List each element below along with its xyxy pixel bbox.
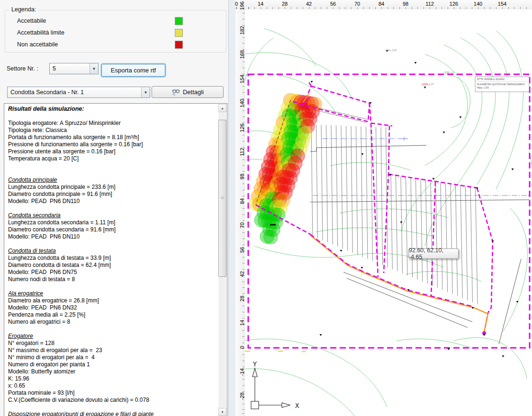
svg-text:(228) -1.2: (228) -1.2 xyxy=(444,71,454,74)
vertical-ruler: 196182168154140126112988470564228140-14-… xyxy=(235,9,245,416)
pipe-select[interactable]: Condotta Secondaria - Nr. 1 ▼ xyxy=(7,87,150,98)
map-viewport[interactable]: (2293) 1.77(228) -1.2(231) -0.87 DITTA: … xyxy=(245,9,532,416)
results-scrollbar[interactable]: ▲ ▼ xyxy=(218,104,226,416)
svg-text:X: X xyxy=(295,402,299,409)
chevron-down-icon: ▼ xyxy=(90,63,98,74)
svg-text:(231) -0.87: (231) -0.87 xyxy=(385,49,397,52)
glasses-icon: x₂ xyxy=(171,89,180,96)
export-rtf-button[interactable]: Esporta come rtf xyxy=(101,64,165,77)
yellow-dashes xyxy=(245,351,306,352)
legend-title: Legenda: xyxy=(9,6,38,13)
simulation-results-panel: Legenda: Accettabile Accettabilità limit… xyxy=(0,0,228,416)
legend-swatch-yellow xyxy=(175,29,183,37)
survey-labels: (2293) 1.77(228) -1.2(231) -0.87 xyxy=(385,49,454,86)
blue-axis-end xyxy=(404,137,408,141)
legend-item-not-acceptable: Non accettabile xyxy=(17,41,58,49)
title-block: DITTA: RANDELLI SILVANA PLANIMETRIA QUOT… xyxy=(475,77,529,92)
sector-select[interactable]: 5 ▼ xyxy=(49,63,99,74)
sector-label: Settore Nr. : xyxy=(7,65,38,72)
svg-text:Rapp. 1:200: Rapp. 1:200 xyxy=(477,87,489,89)
simulation-results-textarea[interactable]: Risultati della simulazione: Tipologia e… xyxy=(4,103,227,416)
legend-swatch-green xyxy=(175,17,183,25)
main-pipeline xyxy=(303,94,488,335)
scrollbar-thumb[interactable] xyxy=(218,120,226,277)
legend-item-acceptable: Accettabile xyxy=(17,18,46,25)
application-window: { "legend": { "title": "Legenda:", "item… xyxy=(0,0,532,416)
chevron-down-icon: ▼ xyxy=(141,87,150,97)
legend-swatch-red xyxy=(175,41,183,49)
details-button[interactable]: x₂ Dettagli xyxy=(152,86,224,98)
svg-text:(2293) 1.77: (2293) 1.77 xyxy=(422,83,434,86)
svg-text:PLANIMETRIA QUOTATA DEI TERRAZ: PLANIMETRIA QUOTATA DEI TERRAZZAMENTI xyxy=(477,83,525,86)
svg-text:DITTA: RANDELLI SILVANA: DITTA: RANDELLI SILVANA xyxy=(477,78,505,80)
svg-text:x₂: x₂ xyxy=(172,93,175,96)
legend-item-limit: Accettabilità limite xyxy=(17,29,64,37)
svg-text:Y: Y xyxy=(253,360,257,368)
scroll-down-button[interactable]: ▼ xyxy=(218,408,226,416)
cad-map-panel: 014284256708498112126140154 196182168154… xyxy=(235,0,532,416)
results-text: Risultati della simulazione: Tipologia e… xyxy=(8,106,217,416)
horizontal-ruler: 014284256708498112126140154 xyxy=(235,0,532,10)
terrace-lines xyxy=(310,145,530,344)
legend-groupbox: Legenda: Accettabile Accettabilità limit… xyxy=(5,10,226,53)
survey-markers xyxy=(311,50,519,357)
coordinate-tooltip: 92.60, 62.10, -4.65 xyxy=(408,248,459,259)
scroll-up-button[interactable]: ▲ xyxy=(218,104,226,112)
ucs-axis-icon: Y X xyxy=(251,360,299,409)
